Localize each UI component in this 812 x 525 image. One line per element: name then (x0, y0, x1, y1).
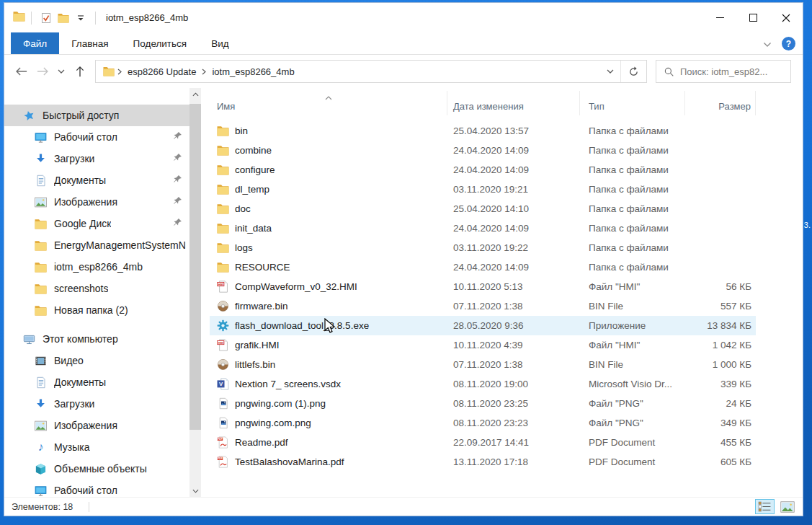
file-name-cell[interactable]: configure (210, 164, 447, 176)
file-row[interactable]: doc25.04.2020 14:10Папка с файлами (210, 199, 756, 219)
file-row[interactable]: pngwing.com (1).png08.11.2020 23:25Файл … (210, 394, 756, 413)
file-row[interactable]: dl_temp03.11.2020 19:21Папка с файлами (210, 180, 756, 199)
file-row[interactable]: bin25.04.2020 13:57Папка с файлами (210, 121, 756, 141)
file-name-cell[interactable]: RESOURCE (210, 261, 447, 273)
sidebar-item-6[interactable]: EnergyManagementSystemN (4, 234, 189, 256)
file-row[interactable]: PDFTestBalashovaMarina.pdf13.11.2020 17:… (210, 452, 756, 472)
sidebar-item-4[interactable]: Изображения (4, 191, 189, 213)
search-input[interactable]: Поиск: iotm_esp82... (656, 60, 791, 83)
file-date: 07.11.2020 1:38 (447, 359, 580, 370)
sidebar-item-17[interactable]: Рабочий стол (4, 480, 189, 497)
breadcrumb-chevron-icon[interactable] (200, 69, 208, 75)
breadcrumb-chevron-icon[interactable] (116, 69, 123, 75)
breadcrumb-segment[interactable]: iotm_esp8266_4mb (208, 66, 298, 77)
column-header-3[interactable]: Размер (685, 91, 756, 115)
address-dropdown-chevron[interactable] (600, 61, 620, 82)
quick-access-properties-button[interactable] (37, 9, 55, 27)
sidebar-item-7[interactable]: iotm_esp8266_4mb (4, 256, 189, 278)
sidebar-item-11[interactable]: Видео (4, 350, 189, 371)
file-row[interactable]: PDFReadme.pdf22.09.2017 14:41PDF Documen… (210, 433, 756, 452)
sidebar-item-15[interactable]: ♪Музыка (4, 436, 189, 458)
file-name-cell[interactable]: PDFReadme.pdf (210, 436, 447, 449)
file-row[interactable]: configure24.04.2020 14:09Папка с файлами (210, 160, 756, 180)
sidebar-item-9[interactable]: Новая папка (2) (4, 299, 189, 321)
file-name-cell[interactable]: pngwing.com (1).png (210, 397, 447, 410)
help-button[interactable]: ? (782, 37, 795, 50)
tab-поделиться[interactable]: Поделиться (121, 32, 200, 54)
back-button[interactable] (10, 61, 32, 82)
file-row[interactable]: combine24.04.2020 14:09Папка с файлами (210, 141, 756, 160)
svg-text:PDF: PDF (218, 438, 223, 441)
file-row[interactable]: littlefs.bin07.11.2020 1:38BIN File1 000… (210, 355, 756, 374)
close-button[interactable] (769, 3, 803, 32)
quick-access-new-folder-button[interactable] (55, 9, 72, 27)
sidebar-item-0[interactable]: Быстрый доступ (4, 105, 189, 126)
scroll-up-icon[interactable] (189, 88, 201, 100)
file-name: RESOURCE (235, 262, 290, 273)
file-name-cell[interactable]: PDFTestBalashovaMarina.pdf (210, 456, 447, 468)
sidebar-item-13[interactable]: Загрузки (4, 393, 189, 415)
file-name-cell[interactable]: VNextion 7_ screens.vsdx (210, 378, 447, 390)
sidebar-item-12[interactable]: Документы (4, 371, 189, 393)
file-row[interactable]: flash_download_tool_3.8.5.exe28.05.2020 … (210, 316, 756, 335)
file-name-cell[interactable]: logs (210, 242, 447, 254)
file-name-cell[interactable]: firmware.bin (210, 300, 447, 312)
sidebar-item-5[interactable]: Google Диск (4, 213, 189, 234)
sidebar-item-2[interactable]: Загрузки (4, 148, 189, 169)
column-header-2[interactable]: Тип (580, 91, 685, 115)
sidebar-item-1[interactable]: Рабочий стол (4, 126, 189, 148)
sidebar-item-8[interactable]: screenshots (4, 278, 189, 299)
up-button[interactable] (69, 61, 91, 82)
file-name: Readme.pdf (235, 437, 288, 448)
customize-quick-access-dropdown[interactable] (72, 9, 89, 27)
recent-locations-chevron[interactable] (53, 61, 69, 82)
file-row[interactable]: HMICompWaveform_v0_32.HMI10.11.2020 5:13… (210, 277, 756, 296)
sidebar-item-16[interactable]: Объемные объекты (4, 458, 189, 480)
thumbnail-view-button[interactable] (777, 499, 797, 514)
column-header-0[interactable]: Имя (210, 91, 447, 115)
file-row[interactable]: logs03.11.2020 19:22Папка с файлами (210, 238, 756, 257)
forward-button[interactable] (32, 61, 53, 82)
minimize-button[interactable] (703, 3, 736, 32)
file-name-cell[interactable]: bin (210, 125, 447, 137)
breadcrumb-segment[interactable]: esp8266 Update (123, 66, 200, 77)
scroll-down-icon[interactable] (189, 485, 201, 497)
file-row[interactable]: HMIgrafik.HMI10.11.2020 4:39Файл "HMI"1 … (210, 335, 756, 355)
file-row[interactable]: init_data24.04.2020 14:09Папка с файлами (210, 219, 756, 238)
tab-главная[interactable]: Главная (59, 32, 120, 54)
scrollbar-thumb[interactable] (189, 104, 201, 430)
file-date: 25.04.2020 13:57 (447, 125, 580, 136)
file-name-cell[interactable]: pngwing.com.png (210, 417, 447, 429)
sidebar-item-3[interactable]: Документы (4, 169, 189, 191)
column-header-1[interactable]: Дата изменения (447, 91, 580, 115)
sidebar-scrollbar[interactable] (189, 88, 201, 497)
file-name-cell[interactable]: combine (210, 144, 447, 156)
refresh-button[interactable] (620, 61, 646, 82)
file-name-cell[interactable]: HMICompWaveform_v0_32.HMI (210, 281, 447, 293)
file-row[interactable]: pngwing.com.png08.11.2020 23:23Файл "PNG… (210, 413, 756, 433)
tab-вид[interactable]: Вид (199, 32, 241, 54)
file-row[interactable]: firmware.bin07.11.2020 1:38BIN File557 К… (210, 296, 756, 316)
breadcrumb: esp8266 Updateiotm_esp8266_4mb (116, 66, 299, 77)
file-name-cell[interactable]: dl_temp (210, 183, 447, 195)
desktop-icon (35, 131, 47, 144)
file-date: 13.11.2020 17:18 (447, 456, 580, 467)
breadcrumb-folder-icon (102, 66, 116, 76)
file-name-cell[interactable]: init_data (210, 222, 447, 234)
file-name-cell[interactable]: flash_download_tool_3.8.5.exe (210, 319, 447, 332)
file-name-cell[interactable]: doc (210, 203, 447, 215)
file-name-cell[interactable]: littlefs.bin (210, 358, 447, 371)
file-size: 349 КБ (685, 418, 756, 428)
expand-ribbon-chevron[interactable] (763, 38, 772, 50)
sidebar-item-14[interactable]: Изображения (4, 415, 189, 436)
details-view-button[interactable] (755, 499, 775, 514)
address-bar[interactable]: esp8266 Updateiotm_esp8266_4mb (95, 60, 647, 83)
file-row[interactable]: VNextion 7_ screens.vsdx08.11.2020 19:00… (210, 374, 756, 394)
tab-файл[interactable]: Файл (11, 32, 59, 54)
sidebar-item-label: Объемные объекты (54, 463, 147, 475)
file-row[interactable]: RESOURCE24.04.2020 14:09Папка с файлами (210, 257, 756, 277)
maximize-button[interactable] (736, 3, 769, 32)
sidebar-item-10[interactable]: Этот компьютер (4, 328, 189, 350)
column-header-label: Имя (217, 101, 235, 112)
file-name-cell[interactable]: HMIgrafik.HMI (210, 339, 447, 351)
